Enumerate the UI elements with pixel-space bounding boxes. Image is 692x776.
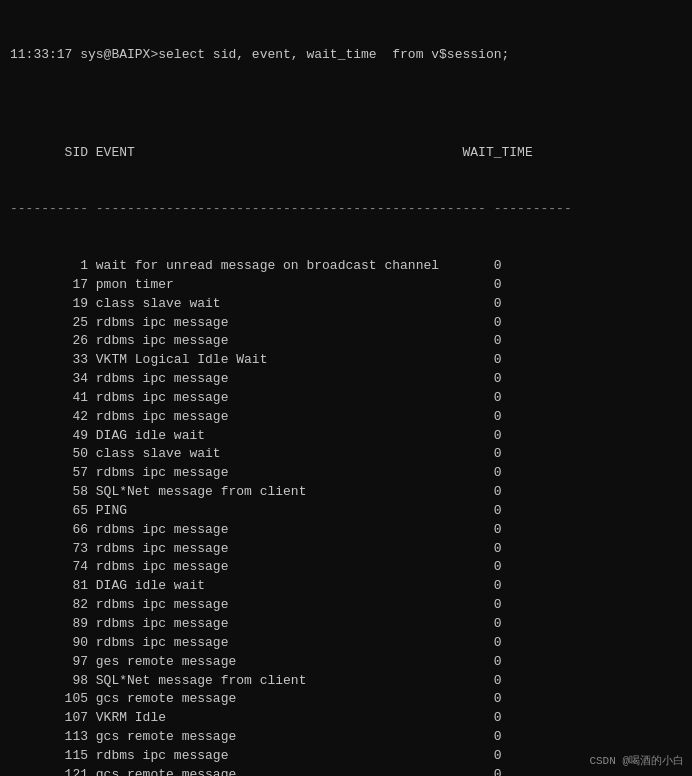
table-row: 81 DIAG idle wait 0 (10, 577, 682, 596)
table-row: 49 DIAG idle wait 0 (10, 427, 682, 446)
table-row: 90 rdbms ipc message 0 (10, 634, 682, 653)
table-row: 42 rdbms ipc message 0 (10, 408, 682, 427)
table-body: 1 wait for unread message on broadcast c… (10, 257, 682, 776)
table-separator: ---------- -----------------------------… (10, 200, 682, 219)
table-row: 17 pmon timer 0 (10, 276, 682, 295)
table-row: 89 rdbms ipc message 0 (10, 615, 682, 634)
table-row: 57 rdbms ipc message 0 (10, 464, 682, 483)
table-row: 113 gcs remote message 0 (10, 728, 682, 747)
table-row: 34 rdbms ipc message 0 (10, 370, 682, 389)
table-row: 98 SQL*Net message from client 0 (10, 672, 682, 691)
table-row: 107 VKRM Idle 0 (10, 709, 682, 728)
table-row: 73 rdbms ipc message 0 (10, 540, 682, 559)
table-header: SID EVENT WAIT_TIME (10, 144, 682, 163)
terminal-output: 11:33:17 sys@BAIPX>select sid, event, wa… (10, 8, 682, 776)
table-row: 50 class slave wait 0 (10, 445, 682, 464)
table-row: 1 wait for unread message on broadcast c… (10, 257, 682, 276)
watermark: CSDN @喝酒的小白 (589, 753, 684, 768)
table-row: 82 rdbms ipc message 0 (10, 596, 682, 615)
command-line: 11:33:17 sys@BAIPX>select sid, event, wa… (10, 46, 682, 65)
table-row: 105 gcs remote message 0 (10, 690, 682, 709)
table-row: 41 rdbms ipc message 0 (10, 389, 682, 408)
table-row: 33 VKTM Logical Idle Wait 0 (10, 351, 682, 370)
table-row: 25 rdbms ipc message 0 (10, 314, 682, 333)
table-row: 58 SQL*Net message from client 0 (10, 483, 682, 502)
table-row: 121 gcs remote message 0 (10, 766, 682, 776)
table-row: 74 rdbms ipc message 0 (10, 558, 682, 577)
table-row: 97 ges remote message 0 (10, 653, 682, 672)
table-row: 19 class slave wait 0 (10, 295, 682, 314)
table-row: 26 rdbms ipc message 0 (10, 332, 682, 351)
table-row: 65 PING 0 (10, 502, 682, 521)
table-row: 66 rdbms ipc message 0 (10, 521, 682, 540)
table-row: 115 rdbms ipc message 0 (10, 747, 682, 766)
